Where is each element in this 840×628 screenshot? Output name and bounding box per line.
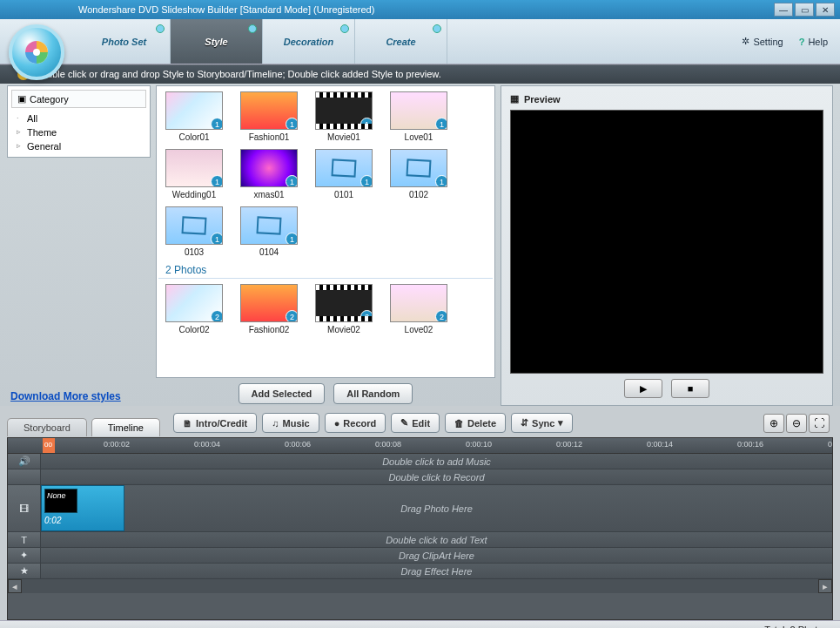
tab-create[interactable]: Create [355, 19, 447, 64]
thumb-label: Fashion02 [240, 325, 298, 334]
app-logo [9, 24, 64, 80]
thumb-label: Movie01 [315, 132, 373, 142]
style-thumb[interactable]: 1 Movie01 [315, 91, 373, 142]
style-thumb[interactable]: 1 0103 [165, 206, 223, 257]
ruler-tick: 0:00:14 [647, 440, 673, 449]
clipart-track[interactable]: Drag ClipArt Here [41, 548, 832, 563]
minimize-button[interactable]: — [774, 3, 793, 17]
zoom-in-button[interactable]: ⊕ [763, 414, 784, 433]
window-title: Wondershare DVD Slideshow Builder [Stand… [78, 4, 374, 15]
effect-icon[interactable]: ★ [8, 564, 41, 578]
ruler-tick: 0:00:02 [104, 440, 130, 449]
zoom-out-button[interactable]: ⊖ [786, 414, 807, 433]
add-selected-button[interactable]: Add Selected [239, 383, 326, 404]
tab-label: Decoration [284, 37, 333, 47]
intro-credit-button[interactable]: 🗎Intro/Credit [173, 413, 257, 433]
timeline-scrollbar[interactable]: ◂▸ [8, 579, 832, 593]
badge-icon: 1 [211, 175, 223, 187]
tree-item-theme[interactable]: Theme [15, 125, 146, 139]
thumb-image: 2 [390, 284, 447, 322]
ruler-tick: 0:00:10 [466, 440, 492, 449]
record-track[interactable]: Double click to Record [41, 469, 832, 484]
badge-icon: 1 [211, 118, 223, 130]
thumb-label: Movie02 [315, 325, 373, 334]
sync-button[interactable]: ⇵Sync ▾ [511, 413, 573, 433]
time-ruler[interactable]: 00 0:00:020:00:040:00:060:00:080:00:100:… [8, 438, 832, 454]
gear-icon: ✲ [742, 36, 749, 47]
edit-button[interactable]: ✎Edit [391, 413, 440, 433]
style-thumb[interactable]: 2 Fashion02 [240, 284, 298, 334]
svg-point-1 [33, 49, 40, 56]
photo-track[interactable]: None 0:02 Drag Photo Here [41, 485, 832, 531]
style-thumb[interactable]: 1 0104 [240, 206, 298, 257]
record-button[interactable]: ●Record [325, 413, 386, 433]
stop-button[interactable]: ■ [671, 379, 709, 398]
music-button[interactable]: ♫Music [262, 413, 319, 433]
timeline-clip[interactable]: None 0:02 [41, 485, 124, 531]
tab-storyboard[interactable]: Storyboard [7, 418, 87, 436]
play-button[interactable]: ▶ [624, 379, 662, 398]
delete-button[interactable]: 🗑Delete [445, 413, 506, 433]
style-thumb[interactable]: 2 Love02 [390, 284, 447, 334]
trash-icon: 🗑 [454, 418, 464, 429]
film-icon[interactable]: 🎞 [8, 485, 41, 531]
scroll-left-button[interactable]: ◂ [8, 579, 22, 593]
speaker-icon[interactable]: 🔊 [8, 454, 41, 469]
style-thumb[interactable]: 1 Color01 [165, 91, 223, 142]
style-thumb[interactable]: 1 Fashion01 [240, 91, 298, 142]
indicator-icon [248, 24, 257, 33]
style-thumb[interactable]: 1 xmas01 [240, 149, 298, 199]
badge-icon: 1 [286, 233, 298, 245]
style-thumb[interactable]: 1 Wedding01 [165, 149, 223, 199]
page-icon: 🗎 [183, 418, 192, 429]
clipart-icon[interactable]: ✦ [8, 548, 41, 563]
badge-icon: 2 [211, 310, 223, 322]
style-thumb[interactable]: 2 Color02 [165, 284, 223, 334]
music-track[interactable]: Double click to add Music [41, 454, 832, 469]
thumb-label: 0104 [240, 247, 298, 257]
setting-button[interactable]: ✲Setting [742, 36, 783, 47]
thumb-label: Love02 [390, 325, 447, 334]
thumb-image: 1 [240, 149, 298, 187]
maximize-button[interactable]: ▭ [795, 3, 814, 17]
style-thumb[interactable]: 2 Movie02 [315, 284, 373, 334]
zoom-fit-button[interactable]: ⛶ [809, 414, 830, 433]
download-more-link[interactable]: Download More styles [7, 382, 151, 406]
thumb-label: 0103 [165, 247, 223, 257]
indicator-icon [156, 24, 165, 33]
text-track[interactable]: Double click to add Text [41, 532, 832, 547]
close-button[interactable]: ✕ [816, 3, 835, 17]
status-text: Total: 0 Photos [764, 625, 828, 629]
title-bar: Wondershare DVD Slideshow Builder [Stand… [0, 0, 840, 19]
category-panel: ▣Category All Theme General [7, 85, 151, 158]
thumb-label: xmas01 [240, 190, 298, 199]
help-button[interactable]: ?Help [799, 37, 828, 47]
playhead[interactable]: 00 [43, 438, 55, 453]
timeline: 00 0:00:020:00:040:00:060:00:080:00:100:… [7, 437, 833, 620]
effect-track[interactable]: Drag Effect Here [41, 564, 832, 578]
scroll-track[interactable] [22, 579, 818, 593]
style-thumb[interactable]: 1 0101 [315, 149, 373, 199]
category-header: ▣Category [11, 90, 146, 108]
scroll-right-button[interactable]: ▸ [818, 579, 832, 593]
style-thumb[interactable]: 1 0102 [390, 149, 447, 199]
tree-item-general[interactable]: General [15, 139, 146, 153]
all-random-button[interactable]: All Random [333, 383, 413, 404]
indicator-icon [340, 24, 349, 33]
badge-icon: 2 [435, 310, 447, 322]
tab-label: Photo Set [102, 37, 146, 47]
ruler-tick: 0:00 [828, 440, 832, 449]
thumb-label: Wedding01 [165, 190, 223, 199]
record-track-icon[interactable] [8, 469, 41, 484]
stop-icon: ■ [688, 383, 694, 394]
tab-timeline[interactable]: Timeline [91, 418, 160, 436]
tab-decoration[interactable]: Decoration [263, 19, 355, 64]
indicator-icon [433, 24, 441, 33]
style-thumb[interactable]: 1 Love01 [390, 91, 447, 142]
tree-item-all[interactable]: All [15, 111, 146, 125]
text-icon[interactable]: T [8, 532, 41, 547]
mic-icon: ● [334, 418, 340, 429]
tab-style[interactable]: Style [171, 19, 263, 64]
style-browser[interactable]: 1 Color01 1 Fashion01 1 Movie01 1 Love01… [156, 85, 495, 378]
tab-photo-set[interactable]: Photo Set [78, 19, 171, 64]
